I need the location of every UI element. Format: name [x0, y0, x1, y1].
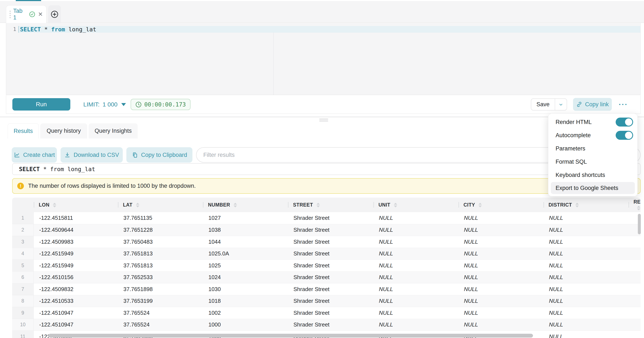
sort-icon[interactable]	[478, 203, 482, 207]
elapsed-time-badge: 00:00:00.173	[131, 99, 190, 110]
tab-query-insights[interactable]: Query Insights	[89, 123, 138, 138]
editor-tab[interactable]: Tab 1 ✕	[6, 5, 46, 23]
column-header-re[interactable]: RE	[628, 198, 640, 212]
sort-icon[interactable]	[136, 203, 139, 207]
editor-pane-divider	[273, 33, 274, 95]
table-cell: NULL	[458, 224, 544, 236]
menu-item-keyboard-shortcuts[interactable]: Keyboard shortcuts	[548, 168, 638, 182]
table-cell: Shrader Street	[288, 212, 373, 224]
table-cell: 1038	[203, 224, 288, 236]
column-header-lon[interactable]: LON	[34, 198, 118, 212]
menu-item-label: Export to Google Sheets	[556, 185, 618, 191]
row-number: 2	[12, 224, 34, 236]
table-row: 5-122.451594937.76518131025Shrader Stree…	[12, 259, 640, 271]
autocomplete-toggle[interactable]	[616, 131, 633, 140]
close-tab-icon[interactable]: ✕	[38, 12, 43, 17]
table-cell: 1025	[203, 259, 288, 271]
table-cell: 1025.0A	[203, 248, 288, 260]
row-number: 4	[12, 248, 34, 260]
render-html-toggle[interactable]	[616, 118, 633, 126]
editor-active-line[interactable]: SELECT * from long_lat	[18, 26, 640, 33]
table-cell: NULL	[373, 283, 458, 295]
editor-line[interactable]: 1 SELECT * from long_lat	[6, 26, 640, 33]
copy-link-button[interactable]: Copy link	[573, 98, 612, 111]
save-options-button[interactable]	[555, 99, 567, 110]
save-button[interactable]: Save	[531, 99, 555, 110]
warning-icon: !	[17, 183, 24, 189]
run-button[interactable]: Run	[12, 98, 70, 110]
menu-item-parameters[interactable]: Parameters	[548, 142, 638, 155]
copy-clipboard-button[interactable]: Copy to Clipboard	[126, 147, 192, 162]
table-row: 4-122.451594937.76518131025.0AShrader St…	[12, 248, 640, 260]
more-options-button[interactable]: ···	[618, 99, 628, 110]
table-cell: NULL	[373, 307, 458, 319]
menu-item-autocomplete[interactable]: Autocomplete	[548, 129, 638, 142]
column-label: LAT	[123, 202, 132, 208]
sql-editor[interactable]: 1 SELECT * from long_lat	[6, 23, 640, 95]
table-cell	[628, 271, 640, 283]
drag-grip-icon[interactable]	[10, 11, 11, 18]
table-cell: NULL	[458, 259, 544, 271]
table-cell: Shrader Street	[288, 307, 373, 319]
column-header-city[interactable]: CITY	[458, 198, 544, 212]
resize-handle[interactable]	[319, 119, 328, 122]
limit-dropdown[interactable]: LIMIT: 1 000	[83, 95, 126, 114]
table-cell: NULL	[458, 236, 544, 248]
column-header-number[interactable]: NUMBER	[203, 198, 288, 212]
new-tab-button[interactable]	[48, 5, 61, 23]
copy-link-label: Copy link	[585, 101, 608, 108]
table-cell: NULL	[544, 307, 628, 319]
row-number: 9	[12, 307, 34, 319]
sort-icon[interactable]	[53, 203, 56, 207]
table-cell: NULL	[458, 271, 544, 283]
table-cell: 37.7651228	[118, 224, 203, 236]
table-cell: NULL	[544, 259, 628, 271]
table-cell: NULL	[458, 307, 544, 319]
copy-clipboard-label: Copy to Clipboard	[141, 152, 187, 158]
menu-item-export-google-sheets[interactable]: Export to Google Sheets	[551, 182, 635, 194]
column-header-unit[interactable]: UNIT	[373, 198, 458, 212]
row-number: 7	[12, 283, 34, 295]
row-number: 8	[12, 295, 34, 307]
row-number: 3	[12, 236, 34, 248]
download-csv-button[interactable]: Download to CSV	[60, 147, 123, 162]
row-limit-warning: ! The number of rows displayed is limite…	[12, 178, 640, 194]
query-preview-rest: * from long_lat	[40, 166, 95, 173]
chart-icon	[14, 152, 20, 158]
check-circle-icon	[29, 11, 36, 18]
tab-query-history[interactable]: Query history	[40, 123, 87, 138]
menu-item-render-html[interactable]: Render HTML	[548, 115, 638, 129]
column-separator	[288, 202, 288, 208]
menu-item-label: Autocomplete	[556, 132, 591, 139]
clipboard-icon	[132, 152, 138, 158]
download-csv-label: Download to CSV	[74, 152, 119, 158]
table-cell: Shrader Street	[288, 319, 373, 331]
table-cell: 37.765524	[118, 319, 203, 331]
table-cell: NULL	[373, 259, 458, 271]
sort-icon[interactable]	[234, 203, 237, 207]
create-chart-button[interactable]: Create chart	[12, 147, 57, 162]
vertical-scrollbar[interactable]	[638, 214, 641, 234]
table-cell: 37.7651135	[118, 212, 203, 224]
column-header-street[interactable]: STREET	[288, 198, 373, 212]
column-separator	[458, 202, 459, 208]
table-cell: NULL	[544, 319, 628, 331]
sort-icon[interactable]	[637, 206, 640, 210]
sort-icon[interactable]	[576, 203, 579, 207]
save-split-button: Save	[531, 98, 567, 110]
column-separator	[118, 202, 118, 208]
tab-results[interactable]: Results	[8, 123, 39, 138]
table-row: 7-122.450983237.76518981030Shrader Stree…	[12, 283, 640, 295]
column-header-district[interactable]: DISTRICT	[544, 198, 628, 212]
plus-circle-icon	[50, 10, 58, 18]
menu-item-format-sql[interactable]: Format SQL	[548, 155, 638, 168]
sort-icon[interactable]	[394, 203, 397, 207]
column-header-lat[interactable]: LAT	[118, 198, 203, 212]
horizontal-scrollbar[interactable]	[48, 334, 533, 337]
sort-icon[interactable]	[316, 203, 320, 207]
table-cell: 1002	[203, 307, 288, 319]
sql-keyword: SELECT	[20, 26, 41, 33]
column-label: DISTRICT	[548, 202, 572, 208]
table-cell	[628, 236, 640, 248]
options-menu: Render HTML Autocomplete Parameters Form…	[548, 113, 638, 196]
